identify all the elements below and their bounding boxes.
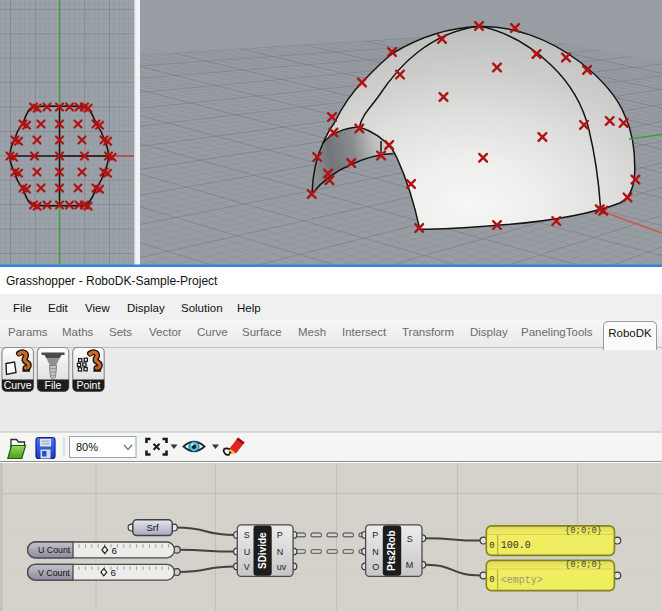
svg-text:V: V [244,562,250,572]
svg-text:uv: uv [277,562,287,572]
svg-text:V Count: V Count [38,568,70,578]
svg-text:P: P [277,530,283,540]
svg-text:Pts2Rob: Pts2Rob [386,530,397,571]
svg-text:File: File [45,379,62,391]
svg-text:N: N [277,547,284,557]
svg-text:0: 0 [489,575,494,585]
svg-text:{0;0;0}: {0;0;0} [565,526,602,536]
svg-text:Srf: Srf [146,522,159,533]
svg-text:100.0: 100.0 [501,540,531,551]
svg-text:6: 6 [112,545,118,556]
svg-text:P: P [372,530,378,540]
svg-text:M: M [406,560,414,570]
svg-text:0: 0 [489,541,494,551]
svg-text:<empty>: <empty> [501,575,543,586]
svg-text:U Count: U Count [38,545,71,555]
svg-text:SDivide: SDivide [257,532,268,569]
svg-text:N: N [372,547,379,557]
svg-text:U: U [244,547,251,557]
svg-text:80%: 80% [76,441,98,453]
svg-text:O: O [372,562,379,572]
svg-text:S: S [244,530,250,540]
svg-text:{0;0;0}: {0;0;0} [565,560,602,570]
svg-text:6: 6 [111,567,117,578]
svg-text:S: S [407,534,413,544]
svg-text:Point: Point [76,379,100,391]
svg-text:Curve: Curve [4,379,32,391]
